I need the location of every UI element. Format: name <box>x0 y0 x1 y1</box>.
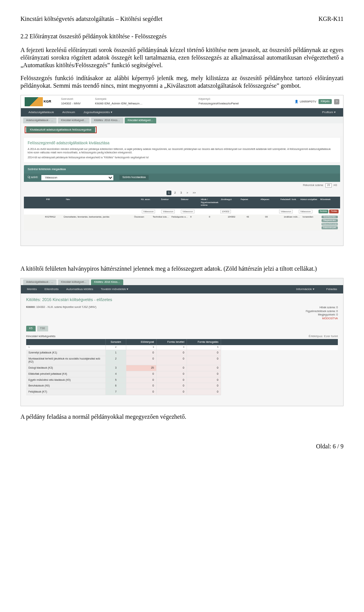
menu-mentes[interactable]: Mentés <box>27 287 37 291</box>
info-panel-text-2: 2014-től az előirányzati példányok felös… <box>28 156 336 159</box>
grid-cell[interactable]: 0 <box>187 356 221 366</box>
col-filter-fejezet[interactable]: 104302 <box>220 210 231 213</box>
exit-button[interactable]: Kilépés <box>318 99 332 104</box>
menu-adatszolg[interactable]: Adatszolgáltatások <box>28 110 54 114</box>
menu-informaciok[interactable]: Információk ▾ <box>296 287 314 291</box>
menu-ellenorzes[interactable]: Ellenőrzés <box>44 287 58 291</box>
tab-0[interactable]: Adatszolgáltatások - … <box>23 118 56 123</box>
col-filter-status[interactable]: Válasszon <box>181 210 195 213</box>
filter-row: Új szűrő: Válasszon Szűrés hozzáadása <box>24 174 340 182</box>
th-pir[interactable]: PIR <box>45 198 64 207</box>
th-jovahagyo[interactable]: Jóváhagyó <box>220 198 239 207</box>
th-fejezet[interactable]: Fejezet <box>240 198 259 207</box>
th-blank0 <box>25 198 44 207</box>
sheet-tab-tse[interactable]: TSE <box>37 326 49 331</box>
grid-cell[interactable]: 0 <box>187 350 221 356</box>
grid-cell[interactable]: 0 <box>157 377 187 383</box>
grid-cell[interactable]: 0 <box>157 383 187 389</box>
grid-cell[interactable]: 0 <box>157 356 187 366</box>
grid-cell[interactable]: 25 <box>126 365 157 371</box>
status-megj: Megjegyzések: 0 <box>306 313 338 317</box>
menu-auto-kitoltes[interactable]: Automatikus kitöltés <box>66 287 93 291</box>
col-filter-szektor[interactable]: Válasszon <box>161 210 175 213</box>
filter-label: Új szűrő: <box>28 176 38 179</box>
grid-cell[interactable]: 0 <box>157 389 187 395</box>
header-right: KGR-K11 <box>318 15 344 23</box>
s2-tab-2-active[interactable]: Kitöltés: 2016 Kincs… <box>91 279 123 285</box>
felosszegzes-button[interactable]: Kiválasztott adatszolgáltatások felössze… <box>26 126 95 133</box>
th-status[interactable]: Státusz <box>180 198 199 207</box>
tab-1[interactable]: Kincstári költségvet… <box>58 118 89 123</box>
grid-sorszam: 6 <box>106 383 126 389</box>
screenshot-felosszegzes: Szervezet: 104302 - MNV Szerepek: Kitölt… <box>20 95 344 246</box>
col-filter-adsz[interactable]: Válasszon <box>299 210 312 213</box>
user-badge[interactable]: U9959P0TV <box>295 100 316 104</box>
paragraph-1: A fejezeti kezelésű előirányzati sorok ö… <box>20 46 344 69</box>
szerepek-label: Szerepek: <box>95 98 143 101</box>
row-action-inst[interactable]: Intézmények <box>322 226 338 229</box>
page-last[interactable]: >> <box>191 191 198 196</box>
menu-feladas[interactable]: Feladás <box>326 287 337 291</box>
grid-cell[interactable]: 0 <box>126 377 157 383</box>
menu-archivum[interactable]: Archívum <box>62 110 75 114</box>
grid-cell[interactable]: 0 <box>126 350 157 356</box>
page-next[interactable]: > <box>185 191 190 196</box>
paragraph-2: Felösszegzés funkció indításakor az aláb… <box>20 74 344 90</box>
grid-cell[interactable]: 0 <box>187 365 221 371</box>
cell-jov: 0 <box>208 216 226 230</box>
grid-row: Beruházások (K6)6000 <box>26 383 338 389</box>
grid-cell[interactable]: 0 <box>187 377 221 383</box>
page-1[interactable]: 1 <box>166 191 172 196</box>
menu-profilom[interactable]: Profilom ▾ <box>322 110 336 114</box>
sheet-tab-k5[interactable]: K5 <box>26 326 36 331</box>
th-adatot[interactable]: Adatot szolgáltat <box>300 198 318 207</box>
kitolto-label: Kitöltő: <box>26 306 36 308</box>
tab-3-active[interactable]: Kincstári költségvet… <box>125 118 156 123</box>
row-action-status[interactable]: Státuszkövetés <box>322 223 338 226</box>
grid-cell[interactable]: 0 <box>126 371 157 377</box>
page-3[interactable]: 3 <box>179 191 184 196</box>
topbar-kepernyo: Képernyő: FelosszegzesKivalasztoPanel <box>199 98 239 106</box>
col-filter-clear[interactable]: Törlés <box>329 210 339 213</box>
th-alfejezet[interactable]: Alfejezet <box>260 198 279 207</box>
col-filter-funk[interactable]: Válasszon <box>279 210 293 213</box>
app-topbar: Szervezet: 104302 - MNV Szerepek: Kitölt… <box>21 95 343 108</box>
help-button[interactable]: ? <box>334 99 339 104</box>
th-funk[interactable]: Feladatelf. funk. <box>280 198 299 207</box>
cell-fej: 104302 <box>227 216 245 230</box>
info-panel-text: A 2014-es évtől kezdődően minden előirán… <box>28 147 336 154</box>
filter-select[interactable]: Válasszon <box>41 175 113 180</box>
col-filter-apply[interactable]: Szűrés <box>318 210 329 213</box>
filter-add-button[interactable]: Szűrés hozzáadása <box>119 175 149 180</box>
page-2[interactable]: 2 <box>173 191 178 196</box>
menu-jogosultsag[interactable]: Jogosultságkezelés ▾ <box>83 110 112 114</box>
row-action-view[interactable]: Megtekintés <box>322 219 338 222</box>
th-nev[interactable]: Név <box>65 198 119 207</box>
grid-cell[interactable]: 0 <box>126 356 157 366</box>
grid-cell[interactable]: 0 <box>187 383 221 389</box>
grid-cell[interactable]: 0 <box>187 371 221 377</box>
s2-tab-1[interactable]: Kincstári költségvet… <box>58 279 89 285</box>
grid-row: Dologi kiadások (K3)32500 <box>26 365 338 371</box>
info-panel: Felösszegzendő adatszolgáltatások kivála… <box>24 138 340 162</box>
grid-row: Ellátottak pénzbeli juttatásai (K4)4000 <box>26 371 338 377</box>
grid-cell[interactable]: 0 <box>157 350 187 356</box>
grid-cell[interactable]: 0 <box>126 389 157 395</box>
th-szektor[interactable]: Szektor <box>160 198 179 207</box>
table-caption: Kincstári költségvetés Értéktípus: Ezer … <box>21 331 343 339</box>
s2-tab-0[interactable]: Adatszolgáltatások - … <box>23 279 56 285</box>
grid-cell[interactable]: 0 <box>126 383 157 389</box>
grid-cell[interactable]: 0 <box>187 389 221 395</box>
th-hibak[interactable]: Hibák / Figyelmeztetések száma <box>200 198 219 207</box>
row-action-edit[interactable]: Szerkesztés <box>322 216 338 219</box>
grid-cell[interactable]: 0 <box>157 365 187 371</box>
menu-tovabbi[interactable]: További műveletek ▾ <box>101 287 128 291</box>
grid-cell[interactable]: 0 <box>157 371 187 377</box>
col-filter-kit[interactable]: Válasszon <box>142 210 155 213</box>
szerepek-value: Kitöltő IDM_Admin IDM_felhaszn… <box>95 102 143 106</box>
th-kitazon[interactable]: Kit. azon. <box>140 198 159 207</box>
tab-2[interactable]: Kitöltés: 2016 Kincs… <box>91 118 123 123</box>
grid-sorszam: 4 <box>106 371 126 377</box>
breadcrumb-tabs-2: Adatszolgáltatások - … Kincstári költség… <box>21 278 343 285</box>
section-title: 2.2 Előirányzat összesítő példányok kitö… <box>20 33 344 40</box>
